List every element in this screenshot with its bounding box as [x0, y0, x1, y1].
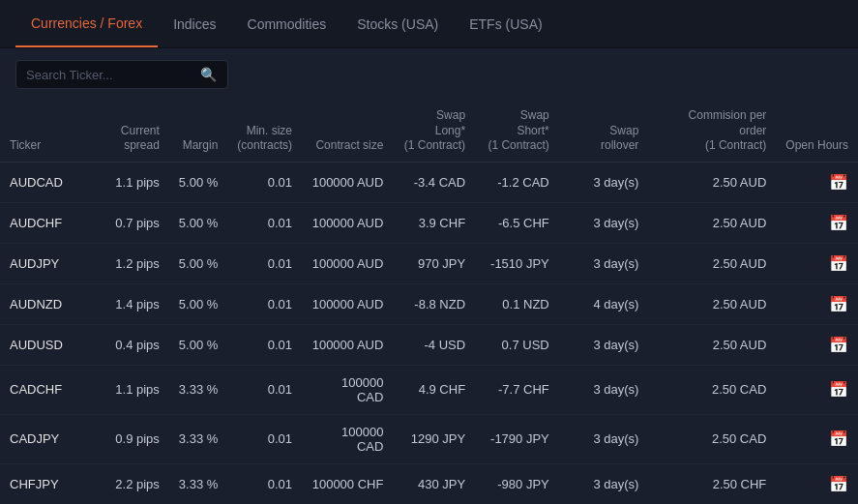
- cell-openhours[interactable]: 📅: [776, 162, 858, 202]
- cell-ticker: AUDJPY: [0, 243, 73, 283]
- cell-swaplong: 430 JPY: [393, 463, 475, 504]
- col-header-spread: Current spread: [73, 101, 169, 162]
- search-input[interactable]: [26, 68, 200, 82]
- table-row: CADCHF 1.1 pips 3.33 % 0.01 100000 CAD 4…: [0, 365, 858, 414]
- cell-swapshort: -1.2 CAD: [475, 162, 559, 202]
- cell-swaprollover: 3 day(s): [559, 414, 649, 463]
- cell-contractsize: 100000 CAD: [302, 365, 393, 414]
- cell-contractsize: 100000 CAD: [302, 414, 393, 463]
- cell-swaprollover: 3 day(s): [559, 162, 649, 202]
- calendar-icon[interactable]: 📅: [829, 337, 848, 353]
- col-header-openhours: Open Hours: [776, 101, 858, 162]
- cell-commission: 2.50 AUD: [648, 283, 776, 324]
- calendar-icon[interactable]: 📅: [829, 381, 848, 398]
- cell-swaplong: -3.4 CAD: [393, 162, 475, 202]
- table-row: AUDUSD 0.4 pips 5.00 % 0.01 100000 AUD -…: [0, 324, 858, 365]
- cell-commission: 2.50 AUD: [648, 202, 776, 243]
- tab-stocks[interactable]: Stocks (USA): [341, 0, 454, 47]
- calendar-icon[interactable]: 📅: [829, 476, 848, 492]
- calendar-icon[interactable]: 📅: [829, 255, 848, 272]
- tab-etfs[interactable]: ETFs (USA): [454, 0, 557, 47]
- cell-margin: 5.00 %: [169, 283, 227, 324]
- cell-openhours[interactable]: 📅: [776, 202, 858, 243]
- cell-openhours[interactable]: 📅: [776, 463, 858, 504]
- search-bar-container: 🔍: [0, 48, 858, 101]
- cell-spread: 1.1 pips: [73, 162, 169, 202]
- cell-minsize: 0.01: [227, 365, 302, 414]
- table-header-row: Ticker Current spread Margin Min. size(c…: [0, 101, 858, 162]
- col-header-swapshort: Swap Short*(1 Contract): [475, 101, 559, 162]
- cell-margin: 3.33 %: [169, 365, 227, 414]
- cell-commission: 2.50 AUD: [648, 162, 776, 202]
- cell-swapshort: -6.5 CHF: [475, 202, 559, 243]
- cell-commission: 2.50 CHF: [648, 463, 776, 504]
- cell-spread: 2.2 pips: [73, 463, 169, 504]
- cell-margin: 3.33 %: [169, 414, 227, 463]
- cell-swapshort: 0.7 USD: [475, 324, 559, 365]
- cell-ticker: CHFJPY: [0, 463, 73, 504]
- cell-swaplong: 970 JPY: [393, 243, 475, 283]
- cell-openhours[interactable]: 📅: [776, 324, 858, 365]
- col-header-swaprollover: Swap rollover: [559, 101, 649, 162]
- cell-spread: 1.4 pips: [73, 283, 169, 324]
- cell-ticker: CADJPY: [0, 414, 73, 463]
- cell-swaprollover: 3 day(s): [559, 243, 649, 283]
- tab-indices[interactable]: Indices: [158, 0, 231, 47]
- table-row: AUDCAD 1.1 pips 5.00 % 0.01 100000 AUD -…: [0, 162, 858, 202]
- cell-swaplong: -4 USD: [393, 324, 475, 365]
- cell-margin: 5.00 %: [169, 324, 227, 365]
- tab-commodities[interactable]: Commodities: [232, 0, 342, 47]
- col-header-ticker: Ticker: [0, 101, 73, 162]
- cell-margin: 5.00 %: [169, 162, 227, 202]
- cell-swapshort: -1510 JPY: [475, 243, 559, 283]
- cell-contractsize: 100000 AUD: [302, 162, 393, 202]
- calendar-icon[interactable]: 📅: [829, 215, 848, 231]
- cell-ticker: AUDNZD: [0, 283, 73, 324]
- cell-swaplong: -8.8 NZD: [393, 283, 475, 324]
- cell-swapshort: -980 JPY: [475, 463, 559, 504]
- cell-contractsize: 100000 AUD: [302, 243, 393, 283]
- calendar-icon[interactable]: 📅: [829, 174, 848, 191]
- cell-contractsize: 100000 CHF: [302, 463, 393, 504]
- cell-ticker: AUDUSD: [0, 324, 73, 365]
- cell-openhours[interactable]: 📅: [776, 283, 858, 324]
- cell-contractsize: 100000 AUD: [302, 202, 393, 243]
- cell-minsize: 0.01: [227, 202, 302, 243]
- col-header-minsize: Min. size(contracts): [227, 101, 302, 162]
- cell-margin: 5.00 %: [169, 243, 227, 283]
- cell-contractsize: 100000 AUD: [302, 324, 393, 365]
- table-row: CADJPY 0.9 pips 3.33 % 0.01 100000 CAD 1…: [0, 414, 858, 463]
- cell-spread: 1.1 pips: [73, 365, 169, 414]
- cell-minsize: 0.01: [227, 162, 302, 202]
- cell-openhours[interactable]: 📅: [776, 243, 858, 283]
- col-header-contractsize: Contract size: [302, 101, 393, 162]
- cell-ticker: AUDCHF: [0, 202, 73, 243]
- cell-swapshort: -1790 JPY: [475, 414, 559, 463]
- cell-ticker: AUDCAD: [0, 162, 73, 202]
- cell-swaprollover: 3 day(s): [559, 202, 649, 243]
- tab-currencies[interactable]: Currencies / Forex: [15, 0, 158, 47]
- cell-spread: 0.4 pips: [73, 324, 169, 365]
- cell-swapshort: -7.7 CHF: [475, 365, 559, 414]
- cell-openhours[interactable]: 📅: [776, 365, 858, 414]
- cell-minsize: 0.01: [227, 324, 302, 365]
- cell-openhours[interactable]: 📅: [776, 414, 858, 463]
- cell-minsize: 0.01: [227, 463, 302, 504]
- cell-minsize: 0.01: [227, 414, 302, 463]
- search-icon: 🔍: [200, 67, 217, 82]
- cell-spread: 1.2 pips: [73, 243, 169, 283]
- calendar-icon[interactable]: 📅: [829, 430, 848, 447]
- data-table-container[interactable]: Ticker Current spread Margin Min. size(c…: [0, 101, 858, 504]
- table-row: CHFJPY 2.2 pips 3.33 % 0.01 100000 CHF 4…: [0, 463, 858, 504]
- ticker-table: Ticker Current spread Margin Min. size(c…: [0, 101, 858, 504]
- cell-swaprollover: 3 day(s): [559, 365, 649, 414]
- cell-swaplong: 4.9 CHF: [393, 365, 475, 414]
- cell-commission: 2.50 CAD: [648, 414, 776, 463]
- search-wrapper: 🔍: [15, 60, 228, 89]
- calendar-icon[interactable]: 📅: [829, 296, 848, 312]
- top-navigation: Currencies / Forex Indices Commodities S…: [0, 0, 858, 48]
- cell-swapshort: 0.1 NZD: [475, 283, 559, 324]
- cell-spread: 0.7 pips: [73, 202, 169, 243]
- cell-swaprollover: 4 day(s): [559, 283, 649, 324]
- cell-swaplong: 1290 JPY: [393, 414, 475, 463]
